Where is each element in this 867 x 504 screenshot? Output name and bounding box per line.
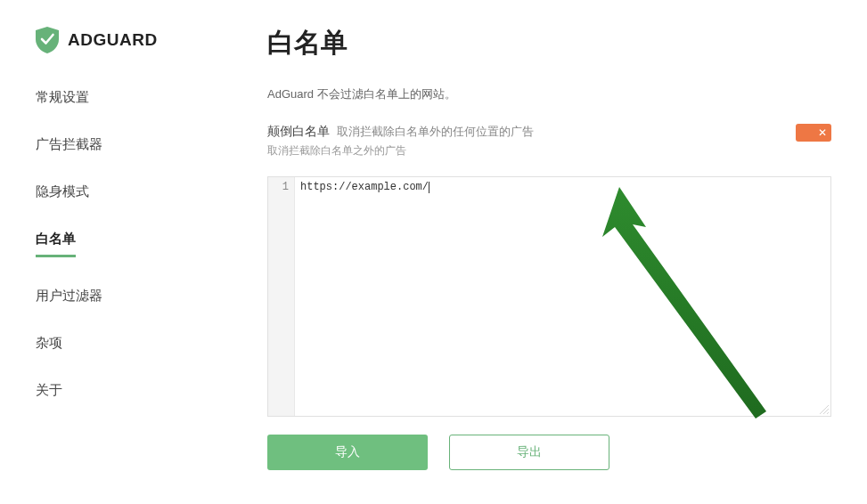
editor-gutter: 1 [268,177,295,416]
line-number: 1 [268,181,289,193]
invert-toggle[interactable]: ✕ [796,124,831,142]
sidebar-nav: 常规设置 广告拦截器 隐身模式 白名单 用户过滤器 杂项 关于 [36,89,223,399]
svg-line-2 [827,412,829,414]
text-caret [429,182,429,193]
whitelist-editor[interactable]: 1 https://example.com/ [267,176,831,417]
page-description: AdGuard 不会过滤白名单上的网站。 [267,86,831,102]
nav-whitelist[interactable]: 白名单 [36,231,76,257]
nav-misc[interactable]: 杂项 [36,335,62,352]
shield-icon [36,27,59,53]
invert-whitelist-row: 颠倒白名单 取消拦截除白名单外的任何位置的广告 取消拦截除白名单之外的广告 ✕ [267,124,831,159]
editor-line: https://example.com/ [300,181,429,193]
nav-adblocker[interactable]: 广告拦截器 [36,136,102,153]
resize-handle-icon[interactable] [820,405,829,414]
page-title: 白名单 [267,25,831,61]
import-button[interactable]: 导入 [267,435,428,470]
invert-sublabel: 取消拦截除白名单外的任何位置的广告 [337,125,534,138]
action-buttons: 导入 导出 [267,435,831,470]
nav-userfilter[interactable]: 用户过滤器 [36,288,102,305]
close-icon: ✕ [818,127,827,138]
nav-about[interactable]: 关于 [36,382,62,399]
export-button[interactable]: 导出 [449,435,609,470]
invert-hint: 取消拦截除白名单之外的广告 [267,143,796,159]
sidebar: ADGUARD 常规设置 广告拦截器 隐身模式 白名单 用户过滤器 杂项 关于 [0,0,223,504]
brand-name: ADGUARD [68,30,158,50]
invert-label: 颠倒白名单 [267,124,330,138]
nav-general[interactable]: 常规设置 [36,89,89,106]
nav-stealth[interactable]: 隐身模式 [36,183,89,200]
brand-logo: ADGUARD [36,27,223,53]
editor-content[interactable]: https://example.com/ [295,177,830,416]
main-panel: 白名单 AdGuard 不会过滤白名单上的网站。 颠倒白名单 取消拦截除白名单外… [223,0,867,504]
invert-label-line: 颠倒白名单 取消拦截除白名单外的任何位置的广告 [267,124,796,140]
